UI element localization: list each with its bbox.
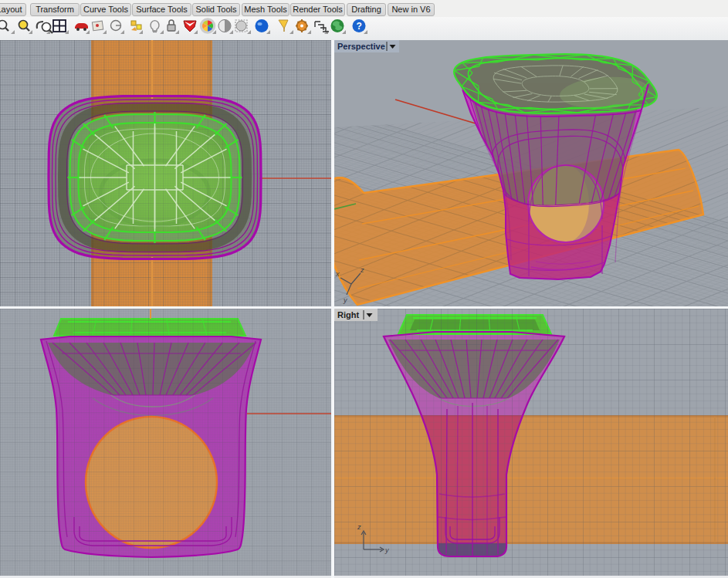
svg-text:?: ?: [357, 21, 362, 32]
svg-text:y: y: [384, 546, 389, 554]
svg-text:x: x: [335, 270, 340, 278]
svg-text:Right: Right: [337, 310, 359, 319]
svg-text:z: z: [357, 523, 361, 531]
svg-text:Perspective: Perspective: [337, 42, 385, 51]
svg-text:y: y: [343, 296, 347, 304]
svg-text:z: z: [360, 266, 364, 274]
